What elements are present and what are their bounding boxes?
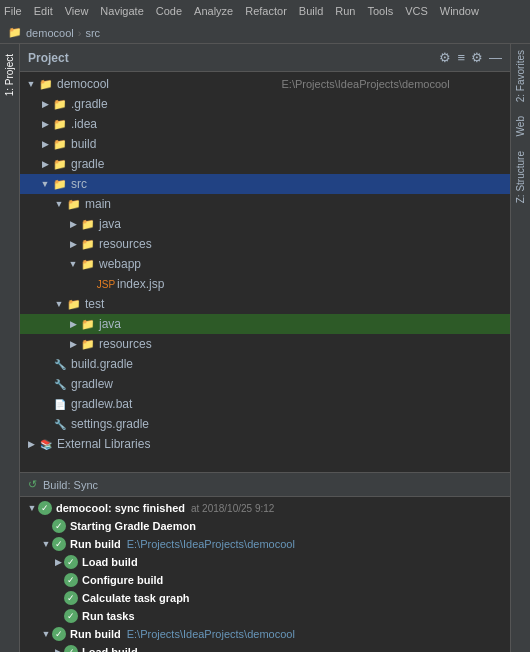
indexjsp-icon: JSP [98, 276, 114, 292]
menu-vcs[interactable]: VCS [405, 5, 428, 17]
arrow-gradle2: ▶ [38, 159, 52, 169]
tree-item-resources2[interactable]: ▶ 📁 resources [20, 334, 510, 354]
breadcrumb-path[interactable]: src [85, 27, 100, 39]
arrow-resources2: ▶ [66, 339, 80, 349]
tree-item-gradlew[interactable]: 🔧 gradlew [20, 374, 510, 394]
build-taskgraph[interactable]: ✓ Calculate task graph [20, 589, 510, 607]
menu-build[interactable]: Build [299, 5, 323, 17]
menu-run[interactable]: Run [335, 5, 355, 17]
tree-item-build[interactable]: ▶ 📁 build [20, 134, 510, 154]
resources-icon: 📁 [80, 236, 96, 252]
root-label: democool [57, 77, 282, 91]
tree-item-resources[interactable]: ▶ 📁 resources [20, 234, 510, 254]
test-icon: 📁 [66, 296, 82, 312]
indexjsp-label: index.jsp [117, 277, 506, 291]
menu-file[interactable]: File [4, 5, 22, 17]
breadcrumb-project[interactable]: democool [26, 27, 74, 39]
build-runtasks[interactable]: ✓ Run tasks [20, 607, 510, 625]
webapp-label: webapp [99, 257, 506, 271]
menu-refactor[interactable]: Refactor [245, 5, 287, 17]
project-tab[interactable]: 1: Project [2, 48, 17, 102]
tree-item-gradle[interactable]: ▶ 📁 .gradle [20, 94, 510, 114]
menu-tools[interactable]: Tools [367, 5, 393, 17]
build-load1[interactable]: ▶ ✓ Load build [20, 553, 510, 571]
favorites-tab[interactable]: 2: Favorites [513, 44, 528, 108]
tree-item-webapp[interactable]: ▼ 📁 webapp [20, 254, 510, 274]
menu-edit[interactable]: Edit [34, 5, 53, 17]
run2-text: Run build [70, 628, 121, 640]
status-taskgraph: ✓ [64, 591, 78, 605]
settingsgradle-icon: 🔧 [52, 416, 68, 432]
sync-text: democool: sync finished [56, 502, 185, 514]
daemon-text: Starting Gradle Daemon [70, 520, 196, 532]
tree-item-settingsgradle[interactable]: 🔧 settings.gradle [20, 414, 510, 434]
arrow-java: ▶ [66, 219, 80, 229]
taskgraph-text: Calculate task graph [82, 592, 190, 604]
gradlew-icon: 🔧 [52, 376, 68, 392]
arrow-root: ▼ [24, 79, 38, 89]
tree-item-buildgradle[interactable]: 🔧 build.gradle [20, 354, 510, 374]
tree-item-java[interactable]: ▶ 📁 java [20, 214, 510, 234]
gradle2-label: gradle [71, 157, 506, 171]
build-load2[interactable]: ▶ ✓ Load build https://blog.csdn.net/sma… [20, 643, 510, 652]
status-runtasks: ✓ [64, 609, 78, 623]
build-arrow-sync: ▼ [26, 503, 38, 513]
web-tab[interactable]: Web [513, 110, 528, 142]
resources2-icon: 📁 [80, 336, 96, 352]
structure-tab[interactable]: Z: Structure [513, 145, 528, 209]
src-icon: 📁 [52, 176, 68, 192]
resources-label: resources [99, 237, 506, 251]
tree-item-indexjsp[interactable]: JSP index.jsp [20, 274, 510, 294]
build-header: ↺ Build: Sync [20, 473, 510, 497]
load2-text: Load build [82, 646, 138, 652]
run1-path: E:\Projects\IdeaProjects\democool [127, 538, 295, 550]
webapp-icon: 📁 [80, 256, 96, 272]
build-content: ▼ ✓ democool: sync finished at 2018/10/2… [20, 497, 510, 652]
settings-icon[interactable]: ⚙ [439, 50, 451, 65]
build-arrow-run2: ▼ [40, 629, 52, 639]
status-daemon: ✓ [52, 519, 66, 533]
settingsgradle-label: settings.gradle [71, 417, 506, 431]
build-sync-finished[interactable]: ▼ ✓ democool: sync finished at 2018/10/2… [20, 499, 510, 517]
arrow-test: ▼ [52, 299, 66, 309]
java-icon: 📁 [80, 216, 96, 232]
tree-item-idea[interactable]: ▶ 📁 .idea [20, 114, 510, 134]
status-configure1: ✓ [64, 573, 78, 587]
idea-icon: 📁 [52, 116, 68, 132]
file-tree: ▼ 📁 democool E:\Projects\IdeaProjects\de… [20, 72, 510, 472]
tree-item-src[interactable]: ▼ 📁 src [20, 174, 510, 194]
root-path: E:\Projects\IdeaProjects\democool [282, 78, 507, 90]
tree-item-gradle2[interactable]: ▶ 📁 gradle [20, 154, 510, 174]
build-run1[interactable]: ▼ ✓ Run build E:\Projects\IdeaProjects\d… [20, 535, 510, 553]
gradlew-label: gradlew [71, 377, 506, 391]
runtasks-text: Run tasks [82, 610, 135, 622]
build-configure1[interactable]: ✓ Configure build [20, 571, 510, 589]
tree-item-main[interactable]: ▼ 📁 main [20, 194, 510, 214]
minimize-icon[interactable]: — [489, 50, 502, 65]
test-label: test [85, 297, 506, 311]
status-sync: ✓ [38, 501, 52, 515]
menu-code[interactable]: Code [156, 5, 182, 17]
tree-item-test[interactable]: ▼ 📁 test [20, 294, 510, 314]
tree-item-extlibs[interactable]: ▶ 📚 External Libraries [20, 434, 510, 454]
build-daemon[interactable]: ✓ Starting Gradle Daemon [20, 517, 510, 535]
tree-item-gradlewbat[interactable]: 📄 gradlew.bat [20, 394, 510, 414]
build-panel: ↺ Build: Sync ▼ ✓ democool: sync finishe… [20, 472, 510, 652]
folder-icon: 📁 [8, 26, 22, 39]
menu-view[interactable]: View [65, 5, 89, 17]
arrow-gradle: ▶ [38, 99, 52, 109]
tree-root[interactable]: ▼ 📁 democool E:\Projects\IdeaProjects\de… [20, 74, 510, 94]
tree-item-java2[interactable]: ▶ 📁 java [20, 314, 510, 334]
menu-navigate[interactable]: Navigate [100, 5, 143, 17]
idea-label: .idea [71, 117, 506, 131]
arrow-main: ▼ [52, 199, 66, 209]
status-run1: ✓ [52, 537, 66, 551]
layout-icon[interactable]: ≡ [457, 50, 465, 65]
config-icon[interactable]: ⚙ [471, 50, 483, 65]
main-label: main [85, 197, 506, 211]
build-icon: 📁 [52, 136, 68, 152]
menu-analyze[interactable]: Analyze [194, 5, 233, 17]
build-run2[interactable]: ▼ ✓ Run build E:\Projects\IdeaProjects\d… [20, 625, 510, 643]
build-label: build [71, 137, 506, 151]
menu-window[interactable]: Window [440, 5, 479, 17]
